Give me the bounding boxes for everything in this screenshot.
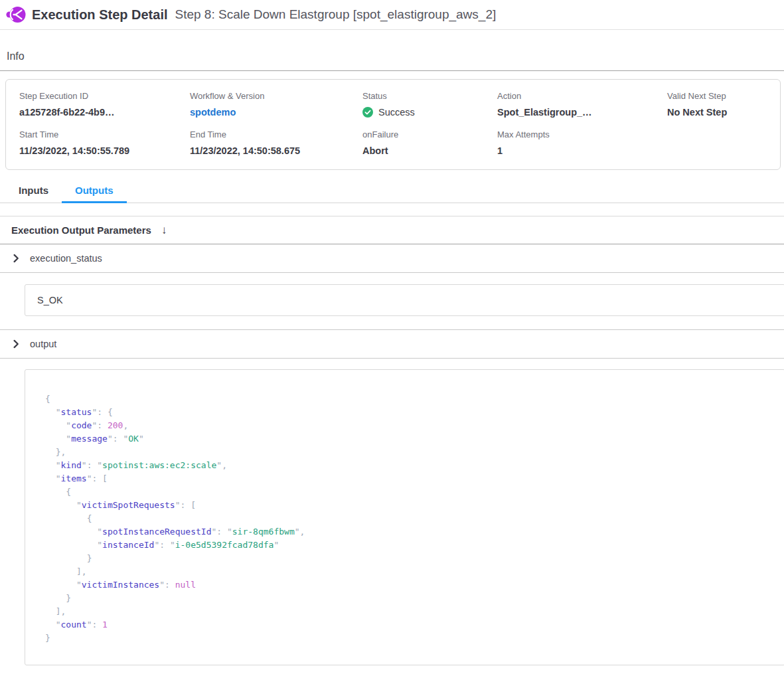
app-logo-icon — [6, 5, 26, 25]
chevron-right-icon — [11, 339, 21, 349]
execution-status-value: S_OK — [37, 295, 63, 305]
divider — [0, 272, 784, 273]
arrow-down-icon[interactable]: ↓ — [161, 224, 167, 236]
info-section-title: Info — [0, 30, 784, 70]
status-badge: Success — [362, 107, 497, 118]
tab-inputs[interactable]: Inputs — [5, 179, 62, 203]
param-name-output: output — [30, 339, 56, 349]
field-end-time: End Time 11/23/2022, 14:50:58.675 — [190, 129, 362, 156]
valid-next-step-value: No Next Step — [667, 107, 780, 118]
chevron-right-icon — [11, 254, 21, 263]
field-max-attempts: Max Attempts 1 — [497, 129, 667, 156]
onfailure-value: Abort — [362, 145, 497, 156]
field-empty — [667, 129, 780, 156]
field-onfailure: onFailure Abort — [362, 129, 497, 156]
page-header: Execution Step Detail Step 8: Scale Down… — [0, 0, 784, 30]
output-json-code: { "status": { "code": 200, "message": "O… — [45, 392, 774, 645]
output-json-box: { "status": { "code": 200, "message": "O… — [25, 369, 784, 665]
success-check-icon — [362, 107, 373, 118]
field-workflow-version: Workflow & Version spotdemo — [190, 91, 362, 118]
step-execution-id-value: a125728f-6b22-4b9… — [19, 107, 190, 118]
field-label: Step Execution ID — [19, 91, 190, 101]
field-valid-next-step: Valid Next Step No Next Step — [667, 91, 780, 118]
field-label: Max Attempts — [497, 129, 667, 139]
info-card: Step Execution ID a125728f-6b22-4b9… Wor… — [5, 79, 781, 170]
divider — [0, 358, 784, 359]
max-attempts-value: 1 — [497, 145, 667, 156]
field-start-time: Start Time 11/23/2022, 14:50:55.789 — [19, 129, 190, 156]
page-subtitle: Step 8: Scale Down Elastgroup [spot_elas… — [175, 7, 497, 22]
execution-output-parameters-title: Execution Output Parameters — [11, 224, 151, 236]
field-action: Action Spot_Elastigroup_… — [497, 91, 667, 118]
field-label: Workflow & Version — [190, 91, 362, 101]
field-label: Status — [362, 91, 497, 101]
end-time-value: 11/23/2022, 14:50:58.675 — [190, 145, 362, 156]
execution-output-parameters-header: Execution Output Parameters ↓ — [0, 216, 784, 244]
param-name-execution-status: execution_status — [30, 253, 102, 264]
field-status: Status Success — [362, 91, 497, 118]
tab-outputs[interactable]: Outputs — [62, 179, 127, 203]
page-title: Execution Step Detail — [32, 7, 168, 23]
field-label: onFailure — [362, 129, 497, 139]
field-label: End Time — [190, 129, 362, 139]
field-label: Valid Next Step — [667, 91, 780, 101]
action-value: Spot_Elastigroup_… — [497, 107, 667, 118]
workflow-link[interactable]: spotdemo — [190, 107, 362, 118]
field-step-execution-id: Step Execution ID a125728f-6b22-4b9… — [19, 91, 190, 118]
field-label: Start Time — [19, 129, 190, 139]
execution-status-value-box: S_OK — [25, 284, 784, 316]
info-divider — [0, 70, 784, 71]
tabs-bar: Inputs Outputs — [0, 179, 784, 203]
param-row-execution-status[interactable]: execution_status — [0, 244, 784, 272]
field-label: Action — [497, 91, 667, 101]
status-text: Success — [378, 107, 415, 118]
start-time-value: 11/23/2022, 14:50:55.789 — [19, 145, 190, 156]
param-row-output[interactable]: output — [0, 330, 784, 358]
